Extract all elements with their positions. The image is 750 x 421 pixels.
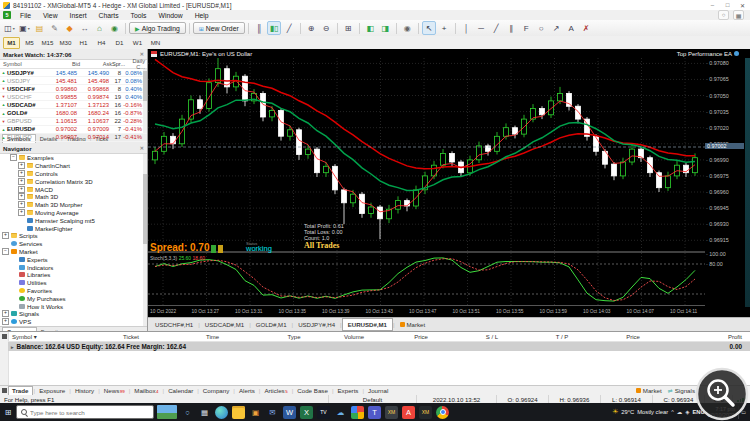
market-watch-row-usdchf[interactable]: ▼USDCHF0.998550.99874190.40% xyxy=(0,93,147,101)
market-watch-row-gbpusd[interactable]: ▼GBPUSD1.106151.1063722-0.28% xyxy=(0,118,147,126)
connection-icon[interactable]: ↔ xyxy=(78,21,92,35)
line-chart-icon[interactable]: ╱ xyxy=(282,21,296,35)
expand-box-icon[interactable]: + xyxy=(18,209,25,216)
fibonacci-icon[interactable]: F xyxy=(519,21,533,35)
price-axis[interactable]: 0.970800.970650.970500.970350.970200.970… xyxy=(705,58,745,307)
crosshair-icon[interactable]: + xyxy=(437,21,451,35)
collapse-box-icon[interactable]: − xyxy=(2,248,9,255)
task-view-icon[interactable]: ▦ xyxy=(198,406,211,419)
expand-box-icon[interactable]: + xyxy=(18,178,25,185)
expand-box-icon[interactable]: + xyxy=(18,170,25,177)
weather-widget[interactable] xyxy=(157,405,177,419)
minimize-button[interactable]: – xyxy=(705,2,720,9)
screen-magnifier-overlay[interactable] xyxy=(692,364,750,421)
chart-tab-usdcad-m1[interactable]: USDCAD#,M1 xyxy=(200,319,249,330)
expand-box-icon[interactable]: + xyxy=(2,318,9,325)
layout-icon[interactable]: ▦ xyxy=(733,10,744,20)
tile-windows-icon[interactable]: ⊞ xyxy=(341,21,355,35)
tab-news[interactable]: News99 xyxy=(101,387,128,394)
market-watch-row-usdcad[interactable]: ▲USDCAD#1.371071.3712316-0.16% xyxy=(0,101,147,109)
word-icon[interactable]: W xyxy=(283,406,296,419)
nav-item-how-it-works[interactable]: How It Works xyxy=(0,302,147,310)
market-watch-row-usdjpy[interactable]: ▲USDJPY#145.485145.49080.08% xyxy=(0,69,147,77)
tab-code-base[interactable]: Code Base xyxy=(294,387,331,394)
timeframe-h4[interactable]: H4 xyxy=(93,37,110,49)
timeframe-w1[interactable]: W1 xyxy=(129,37,146,49)
column-symbol[interactable]: Symbol xyxy=(0,61,48,67)
search-input[interactable] xyxy=(30,409,149,416)
toolbox-column-s-l[interactable]: S / L xyxy=(457,334,527,340)
bar-chart-icon[interactable]: ║ xyxy=(252,21,266,35)
menu-help[interactable]: Help xyxy=(189,12,215,19)
panel-close-icon[interactable]: ✕ xyxy=(140,51,144,57)
tab-exposure[interactable]: Exposure xyxy=(36,387,68,394)
market-watch-row-usdjpy[interactable]: ▲USDJPY145.481145.498170.08% xyxy=(0,77,147,85)
weather-icon[interactable]: ☀ xyxy=(612,408,618,416)
metaeditor-icon[interactable]: ✎ xyxy=(48,21,62,35)
weather-temp[interactable]: 29°C xyxy=(621,409,634,415)
nav-item-market[interactable]: −Market xyxy=(0,248,147,256)
mt5-icon[interactable]: XM xyxy=(419,406,432,419)
market-watch-row-gold[interactable]: ▲GOLD#1680.081680.2416-0.87% xyxy=(0,109,147,117)
nav-item-hamster-scalping-mt5[interactable]: Hamster Scalping mt5 xyxy=(0,216,147,224)
column-spr[interactable]: Spr... xyxy=(112,61,124,67)
menu-insert[interactable]: Insert xyxy=(64,12,93,19)
zoom-in-icon[interactable]: ⊕ xyxy=(304,21,318,35)
cursor-icon[interactable]: ↖ xyxy=(422,21,436,35)
timeframe-m15[interactable]: M15 xyxy=(39,37,56,49)
edge-icon[interactable] xyxy=(215,406,228,419)
timeframe-d1[interactable]: D1 xyxy=(111,37,128,49)
menu-window[interactable]: Window xyxy=(152,12,188,19)
arrows-icon[interactable]: ↗ xyxy=(549,21,563,35)
horizontal-line-icon[interactable]: ─ xyxy=(474,21,488,35)
close-button[interactable]: ✕ xyxy=(735,2,750,9)
collapse-box-icon[interactable]: − xyxy=(10,154,17,161)
toolbox-column-symbol[interactable]: Symbol ▾ xyxy=(8,333,102,340)
timeframe-h1[interactable]: H1 xyxy=(75,37,92,49)
publish-icon[interactable]: ⌂ xyxy=(93,21,107,35)
column-bid[interactable]: Bid xyxy=(48,61,80,67)
navigator-scrollbar[interactable] xyxy=(143,154,147,326)
timeframe-m30[interactable]: M30 xyxy=(57,37,74,49)
chrome-icon[interactable] xyxy=(436,406,449,419)
tab-journal[interactable]: Journal xyxy=(365,387,391,394)
nav-item-libraries[interactable]: Libraries xyxy=(0,271,147,279)
start-button[interactable]: ⊞ xyxy=(0,408,16,417)
taskbar-search[interactable] xyxy=(16,405,154,419)
toolbox-column-price[interactable]: Price xyxy=(597,334,669,340)
price-chart[interactable] xyxy=(148,58,705,307)
search-icon[interactable]: ○ xyxy=(718,10,729,20)
toolbox-column-profit[interactable]: Profit xyxy=(669,334,750,340)
toolbox-column-t-p[interactable]: T / P xyxy=(527,334,597,340)
column-ask[interactable]: Ask xyxy=(80,61,112,67)
indicator-window-icon[interactable]: ◧ xyxy=(363,21,377,35)
text-label-icon[interactable]: A xyxy=(564,21,578,35)
tab-experts[interactable]: Experts xyxy=(334,387,361,394)
market-watch-row-eurusd[interactable]: ▲EURUSD#0.970020.970097-0.41% xyxy=(0,126,147,134)
chart-tab-eurusd-m1[interactable]: EURUSD#,M1 xyxy=(342,318,393,331)
community-icon[interactable]: ◉ xyxy=(108,21,122,35)
market-shortcut[interactable]: Market xyxy=(636,387,662,394)
tab-calendar[interactable]: Calendar xyxy=(165,387,196,394)
chart-tab-market[interactable]: Market xyxy=(395,319,431,330)
teams-icon[interactable]: T xyxy=(368,406,381,419)
cortana-icon[interactable]: ○ xyxy=(181,406,194,419)
time-axis[interactable]: 10 Oct 202210 Oct 13:2710 Oct 13:3110 Oc… xyxy=(148,307,750,317)
store-icon[interactable]: ▣ xyxy=(249,406,262,419)
timeframe-m5[interactable]: M5 xyxy=(21,37,38,49)
nav-item-utilities[interactable]: Utilities xyxy=(0,279,147,287)
tab-history[interactable]: History xyxy=(72,387,97,394)
channel-icon[interactable]: ∥ xyxy=(504,21,518,35)
algo-trading-button[interactable]: ▶Algo Trading xyxy=(129,22,186,34)
nav-item-experts[interactable]: Experts xyxy=(0,255,147,263)
maximize-button[interactable]: □ xyxy=(720,2,735,9)
anydesk-icon[interactable]: A xyxy=(402,406,415,419)
nav-item-vps[interactable]: +VPS xyxy=(0,318,147,326)
toolbox-column-type[interactable]: Type xyxy=(265,334,323,340)
trendline-icon[interactable]: ╱ xyxy=(489,21,503,35)
mail-icon[interactable]: ✉ xyxy=(266,406,279,419)
new-order-button[interactable]: ⊞New Order xyxy=(193,22,245,34)
tray-icon[interactable]: ^ xyxy=(671,409,674,415)
delete-objects-icon[interactable]: ✗ xyxy=(579,21,593,35)
menu-charts[interactable]: Charts xyxy=(93,12,125,19)
